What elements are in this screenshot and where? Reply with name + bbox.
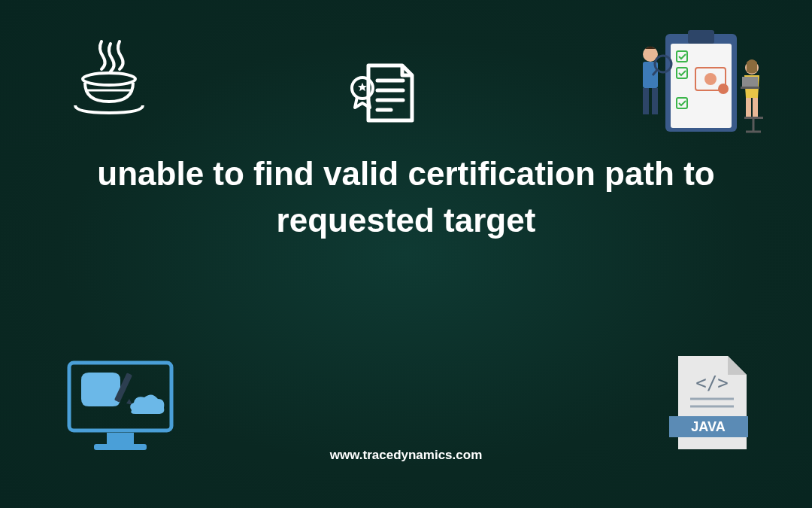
svg-point-0: [83, 73, 135, 85]
svg-rect-26: [742, 77, 758, 87]
computer-design-icon: [60, 354, 180, 459]
clipboard-verification-illustration: [624, 23, 767, 151]
svg-rect-32: [94, 444, 147, 450]
java-file-icon: </> JAVA: [669, 350, 756, 455]
java-logo-icon: [71, 38, 147, 120]
java-label: JAVA: [691, 419, 725, 434]
svg-rect-24: [753, 98, 758, 117]
svg-rect-25: [741, 87, 759, 89]
svg-rect-19: [652, 88, 658, 114]
svg-rect-27: [744, 117, 763, 119]
svg-point-15: [718, 84, 729, 94]
svg-rect-9: [688, 30, 714, 44]
page-title: unable to find valid certification path …: [0, 151, 812, 243]
svg-rect-31: [107, 433, 134, 444]
svg-text:</>: </>: [695, 373, 728, 394]
svg-point-14: [704, 73, 717, 85]
svg-rect-18: [643, 88, 649, 114]
certificate-icon: [346, 56, 421, 132]
svg-rect-23: [746, 98, 751, 117]
footer-url: www.tracedynamics.com: [330, 448, 483, 463]
